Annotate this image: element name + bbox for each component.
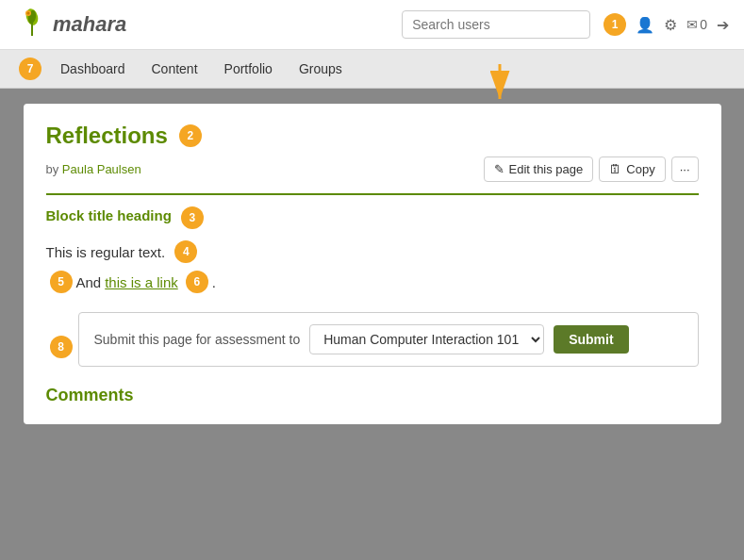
logo-icon [15,8,49,41]
header-right: 1 👤 ⚙ ✉ 0 ➔ [402,10,729,39]
annotation-4: 4 [174,240,197,263]
mail-count: 0 [700,17,707,32]
annotation-6: 6 [186,271,208,293]
header: mahara 1 👤 ⚙ ✉ 0 ➔ [0,0,744,50]
content-card: Reflections 2 by Paula Paulsen ✎ Edit th… [24,104,721,424]
page-title: Reflections [46,123,168,149]
page-title-row: Reflections 2 [46,123,699,149]
link-suffix: . [212,274,216,290]
main-wrapper: Reflections 2 by Paula Paulsen ✎ Edit th… [0,89,744,439]
nav-groups[interactable]: Groups [286,50,355,88]
edit-page-button[interactable]: ✎ Edit this page [484,156,594,182]
logout-icon[interactable]: ➔ [717,16,729,34]
more-button[interactable]: ··· [671,156,699,182]
nav-bar: 7 Dashboard Content Portfolio Groups [0,50,744,89]
comments-heading: Comments [46,386,699,405]
annotation-5: 5 [50,271,73,293]
nav-dashboard[interactable]: Dashboard [47,50,139,88]
author-link[interactable]: Paula Paulsen [62,162,141,176]
copy-icon: 🗓 [609,162,621,176]
copy-button[interactable]: 🗓 Copy [599,156,665,182]
nav-content[interactable]: Content [139,50,211,88]
submit-bar: Submit this page for assessment to Human… [78,312,699,367]
block-title-row: Block title heading 3 [46,206,699,229]
by-label: by Paula Paulsen [46,162,141,176]
annotation-1: 1 [603,13,626,36]
link-prefix: And [76,274,102,290]
submit-label: Submit this page for assessment to [94,332,301,347]
page-actions: ✎ Edit this page 🗓 Copy ··· [484,156,699,182]
user-icon[interactable]: 👤 [636,16,654,34]
logo-text: mahara [53,12,126,37]
mail-badge[interactable]: ✉ 0 [686,17,707,32]
annotation-3: 3 [181,206,204,229]
annotation-7: 7 [19,58,41,80]
settings-icon[interactable]: ⚙ [664,16,677,34]
submit-button[interactable]: Submit [554,325,628,354]
annotation-2: 2 [179,124,202,147]
submit-bar-wrapper: 8 Submit this page for assessment to Hum… [46,312,699,382]
svg-point-3 [27,12,30,15]
course-select[interactable]: Human Computer Interaction 101 [309,324,544,354]
logo-area: mahara [15,8,126,41]
mail-icon: ✉ [686,17,698,32]
block-title: Block title heading [46,207,172,223]
link-text-row: 5 And this is a link 6 . [46,271,699,293]
page-link[interactable]: this is a link [105,274,178,290]
search-input[interactable] [402,10,590,39]
regular-text-row: This is regular text. 4 [46,240,699,263]
pencil-icon: ✎ [494,162,504,176]
regular-text: This is regular text. [46,244,166,260]
by-line: by Paula Paulsen ✎ Edit this page 🗓 Copy… [46,156,699,182]
page-outer: mahara 1 👤 ⚙ ✉ 0 ➔ 7 Dashboard Content P… [0,0,744,560]
nav-portfolio[interactable]: Portfolio [211,50,286,88]
annotation-8: 8 [50,336,73,358]
divider [46,193,699,195]
